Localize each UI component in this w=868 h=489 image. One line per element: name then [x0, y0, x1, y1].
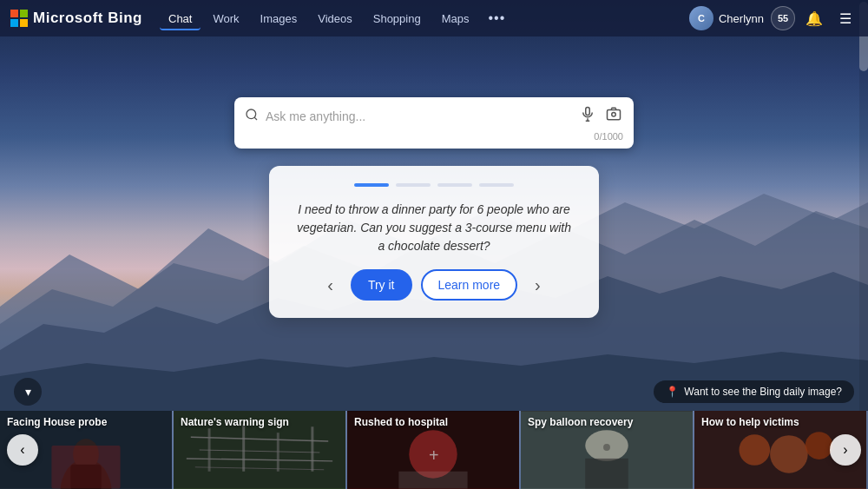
main-content: 0/1000 I need to throw a dinner party fo… [0, 36, 868, 318]
nav-work[interactable]: Work [204, 7, 247, 30]
logo-text: Microsoft Bing [33, 10, 142, 27]
carousel-dot-3[interactable] [437, 183, 472, 187]
news-card-4[interactable]: Spy balloon recovery [521, 411, 693, 489]
location-icon: 📍 [666, 386, 679, 398]
news-title-5: How to help victims [701, 416, 859, 430]
nav-chat[interactable]: Chat [160, 7, 201, 30]
svg-rect-6 [586, 108, 590, 116]
navbar: Microsoft Bing Chat Work Images Videos S… [0, 0, 868, 36]
notification-button[interactable]: 🔔 [802, 6, 826, 30]
news-title-4: Spy balloon recovery [528, 416, 686, 430]
nav-shopping[interactable]: Shopping [365, 7, 430, 30]
carousel-text: I need to throw a dinner party for 6 peo… [295, 201, 573, 255]
char-count: 0/1000 [245, 131, 623, 142]
carousel-next[interactable]: › [528, 272, 548, 299]
news-strip: ‹ Facing House probe [0, 411, 868, 489]
carousel-controls: ‹ Try it Learn more › [295, 269, 573, 301]
carousel-card: I need to throw a dinner party for 6 peo… [269, 166, 599, 318]
bottom-controls: ▾ 📍 Want to see the Bing daily image? [0, 373, 868, 411]
nav-more[interactable]: ••• [481, 7, 512, 30]
nav-maps[interactable]: Maps [433, 7, 478, 30]
microsoft-logo [10, 10, 28, 27]
learn-more-button[interactable]: Learn more [421, 269, 518, 301]
svg-line-5 [254, 117, 257, 120]
news-title-2: Nature's warning sign [181, 416, 339, 430]
news-title-3: Rushed to hospital [354, 416, 512, 430]
camera-button[interactable] [604, 104, 623, 128]
collapse-button[interactable]: ▾ [14, 378, 42, 406]
chevron-down-icon: ▾ [25, 385, 31, 399]
user-name: Cherlynn [719, 12, 764, 25]
carousel-dots [295, 183, 573, 187]
carousel-dot-4[interactable] [479, 183, 514, 187]
logo-area[interactable]: Microsoft Bing [10, 10, 142, 27]
search-box: 0/1000 [234, 97, 634, 149]
search-input[interactable] [266, 109, 571, 123]
daily-image-button[interactable]: 📍 Want to see the Bing daily image? [654, 380, 854, 403]
carousel-prev[interactable]: ‹ [320, 272, 340, 299]
svg-point-4 [247, 109, 256, 119]
news-prev-button[interactable]: ‹ [7, 434, 38, 466]
news-card-3[interactable]: + Rushed to hospital [347, 411, 519, 489]
try-it-button[interactable]: Try it [351, 269, 412, 301]
user-area[interactable]: C Cherlynn [689, 6, 764, 30]
bottom-area: ▾ 📍 Want to see the Bing daily image? ‹ … [0, 373, 868, 489]
news-card-2[interactable]: Nature's warning sign [174, 411, 345, 489]
daily-image-label: Want to see the Bing daily image? [684, 386, 842, 398]
news-next-button[interactable]: › [830, 434, 861, 466]
news-title-1: Facing House probe [7, 416, 165, 430]
nav-right: C Cherlynn 55 🔔 ☰ [689, 6, 858, 30]
svg-rect-9 [608, 110, 621, 120]
nav-images[interactable]: Images [252, 7, 306, 30]
avatar: C [689, 6, 713, 30]
svg-point-10 [612, 113, 616, 117]
reward-badge[interactable]: 55 [771, 6, 795, 30]
microphone-button[interactable] [578, 104, 597, 128]
search-icon [245, 108, 259, 125]
carousel-dot-1[interactable] [354, 183, 389, 187]
menu-button[interactable]: ☰ [833, 6, 858, 30]
carousel-dot-2[interactable] [396, 183, 431, 187]
nav-videos[interactable]: Videos [309, 7, 361, 30]
